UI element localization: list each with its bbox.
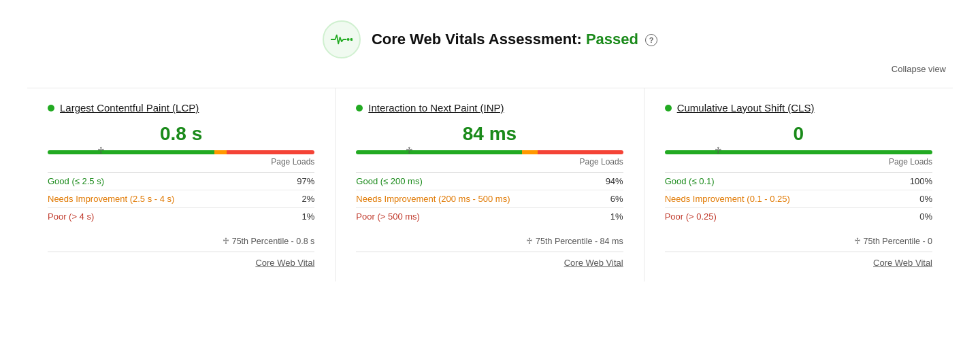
percentile-text-cls: 75th Percentile - 0 — [864, 237, 932, 246]
stat-row: Needs Improvement (0.1 - 0.25) 0% — [665, 190, 932, 208]
help-icon[interactable]: ? — [645, 34, 657, 46]
metric-value-lcp: 0.8 s — [48, 123, 314, 145]
stat-value: 0% — [892, 208, 932, 226]
stat-value: 100% — [892, 173, 932, 190]
percentile-cls: ♱ 75th Percentile - 0 — [665, 233, 932, 252]
core-web-vital-link-cls[interactable]: Core Web Vital — [665, 252, 932, 268]
stat-label: Good (≤ 2.5 s) — [48, 173, 282, 190]
metric-dot-lcp — [48, 105, 54, 111]
svg-point-0 — [346, 38, 349, 41]
stat-row: Needs Improvement (2.5 s - 4 s) 2% — [48, 190, 314, 208]
metric-dot-inp — [356, 105, 363, 111]
stat-label: Needs Improvement (2.5 s - 4 s) — [48, 190, 282, 208]
stat-label: Poor (> 0.25) — [665, 208, 892, 226]
stat-row: Good (≤ 0.1) 100% — [665, 173, 932, 190]
stat-value: 94% — [595, 173, 623, 190]
metric-value-cls: 0 — [665, 123, 932, 145]
header-title-text: Core Web Vitals Assessment: — [372, 31, 582, 48]
percentile-icon-cls: ♱ — [854, 236, 861, 246]
header-status: Passed — [586, 31, 638, 48]
gauge-container-cls: ♱ — [665, 150, 932, 154]
stat-row: Good (≤ 200 ms) 94% — [356, 173, 623, 190]
stat-label: Poor (> 500 ms) — [356, 208, 595, 226]
stat-label: Good (≤ 200 ms) — [356, 173, 595, 190]
stat-value: 97% — [282, 173, 314, 190]
gauge-bar-inp: ♱ — [356, 150, 623, 154]
percentile-inp: ♱ 75th Percentile - 84 ms — [356, 233, 623, 252]
stat-row: Poor (> 500 ms) 1% — [356, 208, 623, 226]
page-loads-label-lcp: Page Loads — [48, 157, 314, 167]
metric-name-cls[interactable]: Cumulative Layout Shift (CLS) — [677, 102, 815, 114]
stats-table-cls: Good (≤ 0.1) 100% Needs Improvement (0.1… — [665, 172, 932, 225]
stat-value: 1% — [595, 208, 623, 226]
stat-row: Needs Improvement (200 ms - 500 ms) 6% — [356, 190, 623, 208]
header-title: Core Web Vitals Assessment: Passed ? — [372, 31, 657, 48]
metric-title-lcp: Largest Contentful Paint (LCP) — [48, 102, 314, 114]
gauge-container-lcp: ♱ — [48, 150, 314, 154]
gauge-marker-cls: ♱ — [715, 145, 722, 156]
core-web-vital-link-lcp[interactable]: Core Web Vital — [48, 252, 314, 268]
metric-dot-cls — [665, 105, 672, 111]
svg-point-1 — [350, 38, 353, 41]
vitals-icon-circle — [323, 20, 361, 58]
metrics-grid: Largest Contentful Paint (LCP) 0.8 s ♱ P… — [27, 88, 953, 281]
metric-card-lcp: Largest Contentful Paint (LCP) 0.8 s ♱ P… — [27, 88, 336, 281]
gauge-container-inp: ♱ — [356, 150, 623, 154]
stat-row: Poor (> 0.25) 0% — [665, 208, 932, 226]
gauge-bar-lcp: ♱ — [48, 150, 314, 154]
metric-title-inp: Interaction to Next Paint (INP) — [356, 102, 623, 114]
stat-row: Poor (> 4 s) 1% — [48, 208, 314, 226]
metric-card-cls: Cumulative Layout Shift (CLS) 0 ♱ Page L… — [644, 88, 953, 281]
percentile-icon-inp: ♱ — [526, 236, 533, 246]
metric-name-lcp[interactable]: Largest Contentful Paint (LCP) — [60, 102, 199, 114]
stat-label: Good (≤ 0.1) — [665, 173, 892, 190]
stat-value: 0% — [892, 190, 932, 208]
stat-row: Good (≤ 2.5 s) 97% — [48, 173, 314, 190]
stats-table-lcp: Good (≤ 2.5 s) 97% Needs Improvement (2.… — [48, 172, 314, 225]
stat-label: Poor (> 4 s) — [48, 208, 282, 226]
stat-value: 1% — [282, 208, 314, 226]
gauge-marker-lcp: ♱ — [97, 145, 105, 156]
page-loads-label-cls: Page Loads — [665, 157, 932, 167]
stat-label: Needs Improvement (200 ms - 500 ms) — [356, 190, 595, 208]
percentile-text-lcp: 75th Percentile - 0.8 s — [232, 237, 315, 246]
collapse-view-button[interactable]: Collapse view — [27, 64, 953, 74]
page-loads-label-inp: Page Loads — [356, 157, 623, 167]
gauge-marker-inp: ♱ — [406, 145, 413, 156]
core-web-vital-link-inp[interactable]: Core Web Vital — [356, 252, 623, 268]
metric-name-inp[interactable]: Interaction to Next Paint (INP) — [368, 102, 504, 114]
metric-card-inp: Interaction to Next Paint (INP) 84 ms ♱ … — [336, 88, 644, 281]
metric-title-cls: Cumulative Layout Shift (CLS) — [665, 102, 932, 114]
header-section: Core Web Vitals Assessment: Passed ? — [27, 14, 953, 58]
vitals-waveform-icon — [331, 33, 353, 46]
gauge-bar-cls: ♱ — [665, 150, 932, 154]
stats-table-inp: Good (≤ 200 ms) 94% Needs Improvement (2… — [356, 172, 623, 225]
stat-value: 6% — [595, 190, 623, 208]
percentile-text-inp: 75th Percentile - 84 ms — [536, 237, 623, 246]
metric-value-inp: 84 ms — [356, 123, 623, 145]
stat-value: 2% — [282, 190, 314, 208]
stat-label: Needs Improvement (0.1 - 0.25) — [665, 190, 892, 208]
percentile-lcp: ♱ 75th Percentile - 0.8 s — [48, 233, 314, 252]
percentile-icon-lcp: ♱ — [223, 236, 229, 246]
